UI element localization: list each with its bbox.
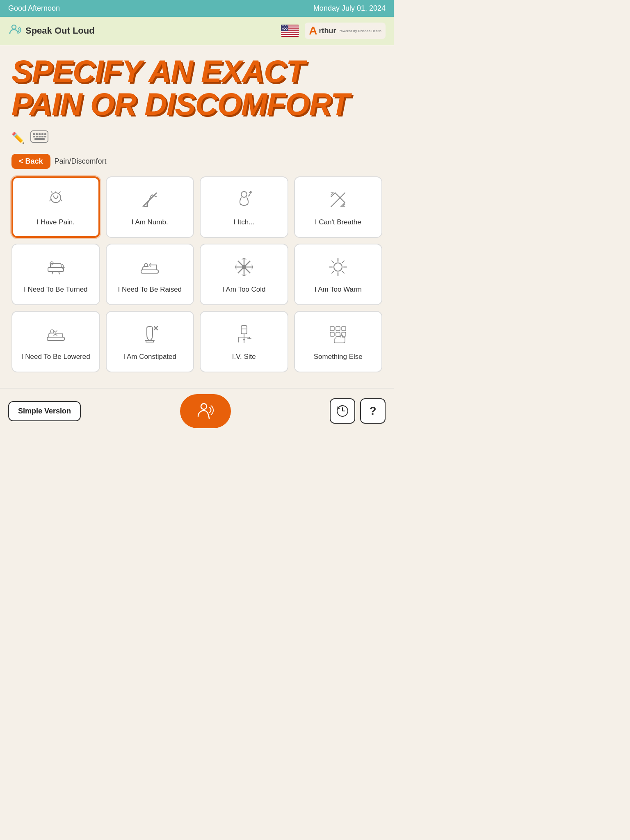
- card-need-lowered-label: I Need To Be Lowered: [21, 352, 90, 361]
- svg-rect-42: [141, 270, 158, 273]
- card-itch-label: I Itch...: [233, 218, 254, 227]
- svg-point-9: [282, 25, 283, 26]
- svg-rect-31: [39, 136, 41, 137]
- svg-rect-70: [330, 332, 334, 336]
- card-am-numb-label: I Am Numb.: [132, 218, 168, 227]
- svg-line-57: [332, 271, 334, 273]
- svg-rect-29: [33, 136, 35, 137]
- arthur-logo-text: rthur: [319, 27, 336, 35]
- lowered-icon: [45, 323, 67, 348]
- svg-point-16: [282, 28, 283, 29]
- svg-point-10: [283, 25, 284, 26]
- card-cant-breathe[interactable]: I Can't Breathe: [294, 176, 383, 238]
- greeting: Good Afternoon: [8, 4, 60, 13]
- svg-rect-24: [33, 133, 35, 135]
- date: Monday July 01, 2024: [313, 4, 386, 13]
- svg-point-49: [334, 263, 342, 271]
- svg-point-73: [201, 404, 207, 409]
- svg-point-14: [284, 27, 285, 27]
- breadcrumb-label: Pain/Discomfort: [55, 157, 107, 166]
- card-iv-site[interactable]: I.V. Site: [200, 311, 288, 372]
- top-bar: Good Afternoon Monday July 01, 2024: [0, 0, 394, 17]
- toolbar: ✏️: [11, 130, 382, 146]
- card-constipated-label: I Am Constipated: [123, 352, 176, 361]
- itch-icon: [233, 189, 255, 214]
- svg-point-43: [144, 263, 148, 267]
- card-need-lowered[interactable]: I Need To Be Lowered: [11, 311, 100, 372]
- card-iv-site-label: I.V. Site: [232, 352, 256, 361]
- svg-point-13: [283, 27, 283, 27]
- svg-rect-58: [47, 337, 64, 340]
- iv-icon: [233, 323, 255, 348]
- constipated-icon: [139, 323, 161, 348]
- keyboard-icon[interactable]: [30, 130, 48, 146]
- speak-button[interactable]: [180, 394, 231, 428]
- svg-point-18: [285, 28, 286, 29]
- svg-rect-25: [36, 133, 38, 135]
- svg-rect-26: [39, 133, 41, 135]
- card-too-warm[interactable]: I Am Too Warm: [294, 244, 383, 305]
- header: Speak Out Loud: [0, 17, 394, 45]
- svg-rect-40: [48, 267, 64, 272]
- svg-rect-71: [336, 332, 340, 336]
- svg-point-20: [283, 29, 283, 30]
- page-title: Specify An Exact Pain Or Discomfort: [11, 55, 382, 121]
- svg-line-55: [342, 271, 344, 273]
- svg-point-48: [242, 265, 246, 269]
- flag-icon[interactable]: [281, 25, 299, 37]
- svg-line-56: [342, 261, 344, 263]
- svg-rect-27: [41, 133, 43, 135]
- warm-icon: [327, 256, 349, 281]
- app-name: Speak Out Loud: [8, 23, 95, 39]
- raised-icon: [139, 256, 161, 281]
- card-need-raised-label: I Need To Be Raised: [118, 285, 182, 294]
- card-cant-breathe-label: I Can't Breathe: [315, 218, 361, 227]
- svg-point-22: [286, 29, 287, 30]
- svg-point-35: [51, 193, 61, 203]
- svg-point-19: [287, 28, 288, 29]
- svg-rect-32: [41, 136, 43, 137]
- help-icon: ?: [369, 404, 376, 418]
- card-itch[interactable]: I Itch...: [200, 176, 288, 238]
- card-need-turned-label: I Need To Be Turned: [24, 285, 88, 294]
- svg-rect-6: [281, 33, 299, 34]
- card-need-turned[interactable]: I Need To Be Turned: [11, 244, 100, 305]
- cold-icon: [233, 256, 255, 281]
- svg-point-39: [241, 192, 247, 197]
- card-too-cold[interactable]: I Am Too Cold: [200, 244, 288, 305]
- breadcrumb: < Back Pain/Discomfort: [11, 154, 382, 169]
- simple-version-button[interactable]: Simple Version: [8, 401, 81, 421]
- svg-point-37: [57, 196, 58, 197]
- card-need-raised[interactable]: I Need To Be Raised: [106, 244, 194, 305]
- svg-point-12: [287, 25, 288, 26]
- svg-rect-33: [44, 136, 46, 137]
- speak-icon: [8, 23, 21, 39]
- pain-icon: [45, 189, 67, 214]
- bottom-bar: Simple Version ?: [0, 388, 394, 434]
- card-have-pain[interactable]: I Have Pain.: [11, 176, 100, 238]
- svg-line-54: [332, 261, 334, 263]
- card-am-numb[interactable]: I Am Numb.: [106, 176, 194, 238]
- turned-icon: [45, 256, 67, 281]
- back-button[interactable]: < Back: [11, 154, 50, 169]
- card-constipated[interactable]: I Am Constipated: [106, 311, 194, 372]
- card-something-else[interactable]: Something Else: [294, 311, 383, 372]
- bottom-right-icons: ?: [330, 398, 386, 424]
- svg-rect-68: [336, 326, 340, 331]
- breathe-icon: [327, 189, 349, 214]
- svg-rect-62: [241, 326, 247, 334]
- header-right: Arthur Powered by Orlando Health: [281, 23, 386, 39]
- card-too-warm-label: I Am Too Warm: [315, 285, 362, 294]
- card-have-pain-label: I Have Pain.: [37, 218, 75, 227]
- svg-point-36: [53, 196, 54, 197]
- svg-rect-7: [281, 35, 299, 36]
- svg-rect-34: [34, 138, 45, 140]
- cards-grid: I Have Pain. I Am Numb.: [11, 176, 382, 372]
- svg-rect-67: [330, 326, 334, 331]
- help-button[interactable]: ?: [360, 398, 386, 424]
- svg-rect-5: [281, 31, 299, 32]
- main-content: Specify An Exact Pain Or Discomfort ✏️ <…: [0, 45, 394, 382]
- edit-icon[interactable]: ✏️: [11, 132, 25, 144]
- history-button[interactable]: [330, 398, 355, 424]
- else-icon: [327, 323, 349, 348]
